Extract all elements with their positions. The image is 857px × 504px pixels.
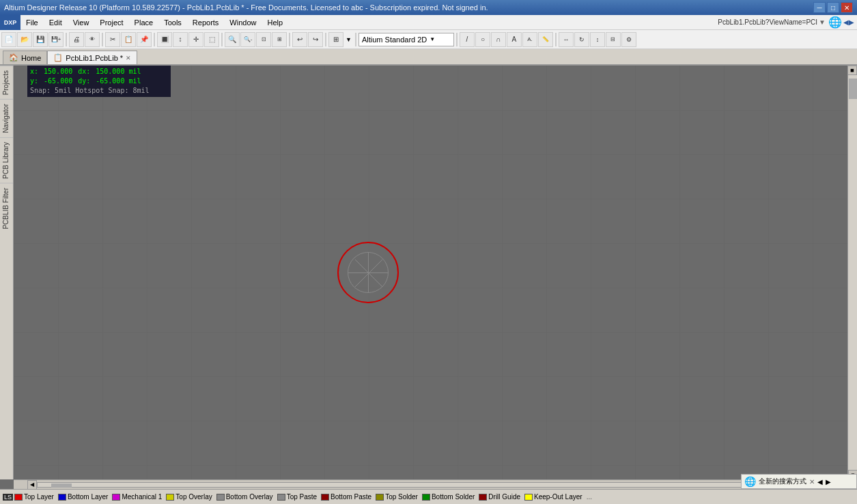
layer-mechanical1[interactable]: Mechanical 1 — [112, 493, 162, 501]
cross-button[interactable]: ✛ — [188, 32, 203, 47]
line-tool[interactable]: / — [460, 32, 475, 47]
save-all-button[interactable]: 💾+ — [48, 32, 64, 47]
sidebar-pcb-library[interactable]: PCB Library — [0, 137, 13, 183]
layer-top-overlay[interactable]: Top Overlay — [166, 493, 212, 501]
layer-keepout[interactable]: Keep-Out Layer — [524, 493, 582, 501]
bottom-paste-label: Bottom Paste — [331, 493, 371, 501]
rubber-stamp[interactable]: 🔳 — [157, 32, 172, 47]
bottom-paste-color — [321, 494, 329, 501]
layer-bottom[interactable]: Bottom Layer — [58, 493, 108, 501]
separator-3 — [154, 33, 155, 46]
save-button[interactable]: 💾 — [33, 32, 48, 47]
view-dropdown-icon: ▼ — [430, 36, 435, 42]
layer-drill-guide[interactable]: Drill Guide — [479, 493, 520, 501]
x-value: 150.000 — [44, 67, 72, 76]
align-tool[interactable]: ⊟ — [606, 32, 621, 47]
tab-pcblib[interactable]: 📋 PcbLib1.PcbLib * ✕ — [47, 51, 137, 64]
select-button[interactable]: ⬚ — [204, 32, 219, 47]
scroll-track-h[interactable] — [37, 482, 834, 488]
menu-edit[interactable]: Edit — [44, 15, 68, 30]
mech1-color — [112, 494, 120, 501]
flip-tool[interactable]: ↕ — [590, 32, 605, 47]
tab-home[interactable]: 🏠 Home — [3, 51, 47, 64]
corner-button[interactable]: ◼ — [847, 66, 857, 75]
menu-reports[interactable]: Reports — [187, 15, 225, 30]
settings-tool[interactable]: ⚙ — [621, 32, 636, 47]
menu-project[interactable]: Project — [94, 15, 128, 30]
zoom-out[interactable]: 🔍- — [240, 32, 255, 47]
view-dropdown[interactable]: Altium Standard 2D ▼ — [359, 33, 454, 46]
dxp-logo[interactable]: DXP — [0, 15, 20, 30]
menu-file[interactable]: File — [20, 15, 44, 30]
move-button[interactable]: ↕ — [173, 32, 188, 47]
circle-tool[interactable]: ○ — [475, 32, 490, 47]
tab-pcblib-label: PcbLib1.PcbLib * — [66, 54, 123, 62]
right-scrollbar[interactable]: ▲ ▼ — [847, 66, 857, 479]
pcb-diag-lines — [348, 253, 389, 294]
pcblib-icon: 📋 — [53, 53, 63, 62]
new-button[interactable]: 📄 — [1, 32, 16, 47]
redo-button[interactable]: ↪ — [308, 32, 323, 47]
grid-button[interactable]: ⊞ — [328, 32, 343, 47]
x-label: x: — [30, 67, 38, 76]
cut-button[interactable]: ✂ — [105, 32, 120, 47]
menu-place[interactable]: Place — [129, 15, 159, 30]
open-button[interactable]: 📂 — [17, 32, 32, 47]
layer-bottom-paste[interactable]: Bottom Paste — [321, 493, 371, 501]
tab-close-button[interactable]: ✕ — [126, 55, 131, 61]
toolbar: 📄 📂 💾 💾+ 🖨 👁 ✂ 📋 📌 🔳 ↕ ✛ ⬚ 🔍 🔍- ⊡ ⊞ ↩ ↪ … — [0, 30, 857, 49]
zoom-in[interactable]: 🔍 — [225, 32, 240, 47]
dx-label: dx: — [78, 67, 90, 76]
mirror-tool[interactable]: ↔ — [559, 32, 574, 47]
layer-top[interactable]: LS Top Layer — [3, 493, 54, 501]
close-button[interactable]: ✕ — [841, 2, 853, 13]
scroll-left-arrow[interactable]: ◀ — [27, 480, 37, 490]
text-tool[interactable]: A — [507, 32, 522, 47]
tab-bar: 🏠 Home 📋 PcbLib1.PcbLib * ✕ — [0, 49, 857, 66]
sidebar-navigator[interactable]: Navigator — [0, 99, 13, 137]
layer-bottom-overlay[interactable]: Bottom Overlay — [216, 493, 273, 501]
separator-4 — [221, 33, 223, 46]
separator-2 — [102, 33, 103, 46]
home-icon: 🏠 — [9, 53, 18, 62]
top-layer-label: Top Layer — [24, 493, 54, 501]
zoom-fit[interactable]: ⊡ — [256, 32, 271, 47]
layer-more-indicator[interactable]: ... — [587, 493, 592, 501]
top-solder-label: Top Solder — [385, 493, 418, 501]
y-label: y: — [30, 76, 38, 86]
bottom-scrollbar[interactable]: ◀ ▶ — [14, 479, 857, 489]
undo-button[interactable]: ↩ — [292, 32, 307, 47]
minimize-button[interactable]: ─ — [813, 2, 826, 13]
sidebar-projects[interactable]: Projects — [0, 66, 13, 99]
menu-view[interactable]: View — [68, 15, 95, 30]
separator-5 — [289, 33, 290, 46]
measure-tool[interactable]: 📏 — [538, 32, 553, 47]
layer-top-solder[interactable]: Top Solder — [376, 493, 418, 501]
print-preview[interactable]: 👁 — [85, 32, 100, 47]
menu-help[interactable]: Help — [262, 15, 288, 30]
scroll-thumb-v[interactable] — [849, 79, 857, 99]
arc-tool[interactable]: ∩ — [491, 32, 506, 47]
pcb-inner-circle — [348, 252, 389, 293]
print-button[interactable]: 🖨 — [69, 32, 84, 47]
sidebar-pcblib-filter[interactable]: PCBLIB Filter — [0, 183, 13, 234]
dx-value: 150.000 mil — [96, 67, 141, 76]
layer-top-paste[interactable]: Top Paste — [277, 493, 317, 501]
layer-bottom-solder[interactable]: Bottom Solder — [422, 493, 475, 501]
separator-8 — [456, 33, 458, 46]
separator-1 — [66, 33, 67, 46]
grid-dropdown-arrow[interactable]: ▼ — [346, 36, 352, 43]
menu-tools[interactable]: Tools — [158, 15, 187, 30]
paste-button[interactable]: 📌 — [137, 32, 152, 47]
text-tool-2[interactable]: A. — [522, 32, 537, 47]
canvas-area[interactable]: x: 150.000 dx: 150.000 mil y: -65.000 dy… — [14, 66, 857, 479]
menu-window[interactable]: Window — [224, 15, 262, 30]
scroll-thumb-h[interactable] — [51, 484, 72, 488]
rotate-tool[interactable]: ↻ — [574, 32, 589, 47]
scroll-track-v[interactable] — [848, 75, 857, 470]
maximize-button[interactable]: □ — [827, 2, 839, 13]
keepout-color — [524, 494, 533, 501]
copy-button[interactable]: 📋 — [121, 32, 136, 47]
top-overlay-color — [166, 494, 174, 501]
zoom-area[interactable]: ⊞ — [272, 32, 287, 47]
